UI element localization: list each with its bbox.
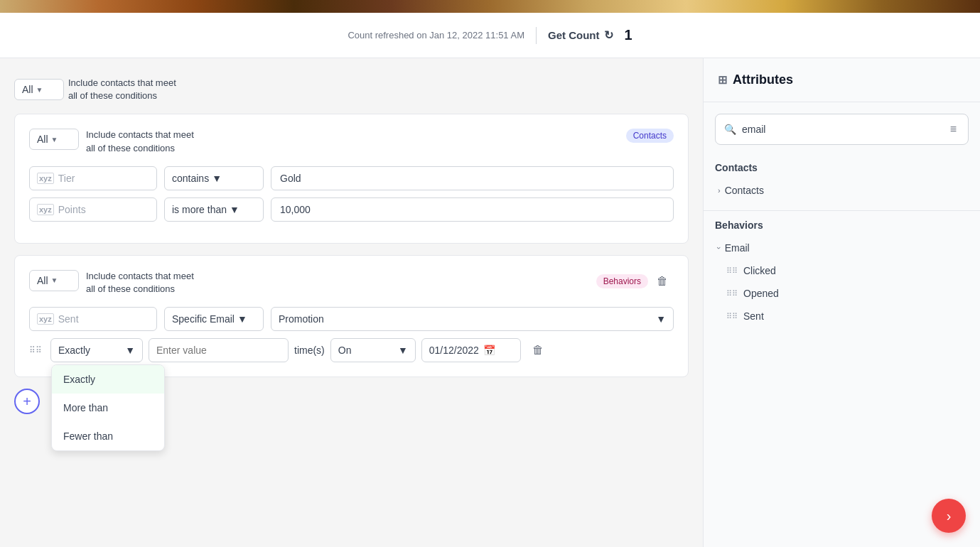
search-input[interactable] xyxy=(742,124,942,135)
tier-operator-chevron: ▼ xyxy=(212,173,222,184)
search-bar: 🔍 ≡ xyxy=(715,114,969,145)
sidebar-contacts-section: Contacts › Contacts xyxy=(704,156,980,207)
get-count-button[interactable]: Get Count ↻ xyxy=(548,28,613,42)
contacts-section-title: Contacts xyxy=(715,156,969,179)
sidebar-item-opened[interactable]: ⠿⠿ Opened xyxy=(715,282,969,305)
behaviors-all-select[interactable]: All ▼ xyxy=(29,270,79,291)
contacts-badge: Contacts xyxy=(626,129,674,143)
outer-condition-label: All ▼ Include contacts that meet all of … xyxy=(14,77,176,102)
behaviors-condition-text: Include contacts that meet all of these … xyxy=(86,270,194,296)
contacts-card-header: All ▼ Include contacts that meet all of … xyxy=(29,129,674,154)
tier-operator-select[interactable]: contains ▼ xyxy=(164,166,264,190)
outer-condition-row: All ▼ Include contacts that meet all of … xyxy=(14,72,689,102)
sidebar-divider xyxy=(704,210,980,211)
contacts-condition-row-2: xyz Points is more than ▼ xyxy=(29,197,674,222)
sidebar-contacts-category[interactable]: › Contacts xyxy=(715,179,969,202)
sidebar-title: Attributes xyxy=(733,72,793,87)
header-divider xyxy=(536,27,537,44)
dropdown-item-exactly[interactable]: Exactly xyxy=(52,365,164,394)
sidebar-header: ⊞ Attributes xyxy=(704,58,980,102)
tier-field: xyz Tier xyxy=(29,166,157,190)
dropdown-item-fewer-than[interactable]: Fewer than xyxy=(52,422,164,450)
contacts-category-chevron: › xyxy=(718,186,721,195)
field-type-icon: xyz xyxy=(37,173,54,184)
count-value-input[interactable] xyxy=(149,338,289,362)
add-group-button[interactable]: + xyxy=(14,389,40,414)
specific-email-chevron: ▼ xyxy=(237,313,247,325)
exactly-dropdown-menu: Exactly More than Fewer than xyxy=(51,364,165,451)
row-delete-button[interactable]: 🗑 xyxy=(527,339,549,362)
header-row: Count refreshed on Jan 12, 2022 11:51 AM… xyxy=(0,13,980,58)
behaviors-card: All ▼ Include contacts that meet all of … xyxy=(14,255,689,377)
sent-drag-icon: ⠿⠿ xyxy=(726,312,738,321)
refresh-icon: ↻ xyxy=(604,28,613,42)
outer-chevron-icon: ▼ xyxy=(36,86,43,94)
contacts-card: All ▼ Include contacts that meet all of … xyxy=(14,114,689,243)
opened-drag-icon: ⠿⠿ xyxy=(726,289,738,298)
contacts-condition-row-1: xyz Tier contains ▼ xyxy=(29,166,674,190)
behaviors-badge: Behaviors xyxy=(596,274,648,288)
contacts-all-select[interactable]: All ▼ xyxy=(29,129,79,150)
sidebar-item-clicked[interactable]: ⠿⠿ Clicked xyxy=(715,259,969,282)
refresh-timestamp: Count refreshed on Jan 12, 2022 11:51 AM xyxy=(348,30,524,40)
on-chevron-icon: ▼ xyxy=(398,345,408,356)
field-type-icon-2: xyz xyxy=(37,204,54,215)
contacts-card-actions: Contacts xyxy=(626,129,674,143)
filter-icon-button[interactable]: ≡ xyxy=(947,120,959,139)
on-select[interactable]: On ▼ xyxy=(330,338,416,362)
behaviors-chevron-icon: ▼ xyxy=(51,276,58,284)
right-sidebar: ⊞ Attributes 🔍 ≡ Contacts › Contacts Beh… xyxy=(703,58,980,547)
contacts-condition-text: Include contacts that meet all of these … xyxy=(86,129,194,154)
behaviors-card-actions: Behaviors 🗑 xyxy=(596,270,674,293)
exactly-row: ⠿⠿ Exactly ▼ Exactly More than Fewer tha… xyxy=(29,338,674,362)
clicked-drag-icon: ⠿⠿ xyxy=(726,266,738,276)
behaviors-card-header: All ▼ Include contacts that meet all of … xyxy=(29,270,674,296)
exactly-select[interactable]: Exactly ▼ Exactly More than Fewer than xyxy=(50,338,143,362)
points-operator-chevron: ▼ xyxy=(230,204,239,215)
email-category-chevron: › xyxy=(715,247,723,249)
behaviors-card-header-left: All ▼ Include contacts that meet all of … xyxy=(29,270,194,296)
outer-condition-text: Include contacts that meet all of these … xyxy=(68,77,176,102)
calendar-icon: 📅 xyxy=(483,345,495,356)
promotion-chevron: ▼ xyxy=(656,313,666,325)
sidebar-behaviors-section: Behaviors › Email ⠿⠿ Clicked ⠿⠿ Opened ⠿… xyxy=(704,214,980,333)
header-center: Count refreshed on Jan 12, 2022 11:51 AM… xyxy=(348,27,632,44)
dropdown-item-more-than[interactable]: More than xyxy=(52,394,164,422)
top-decorative-bar xyxy=(0,0,980,13)
behaviors-delete-button[interactable]: 🗑 xyxy=(651,270,674,293)
date-input[interactable]: 01/12/2022 📅 xyxy=(421,338,521,362)
sidebar-email-category[interactable]: › Email xyxy=(715,237,969,259)
sidebar-header-icon: ⊞ xyxy=(718,73,727,87)
behaviors-sent-row: xyz Sent Specific Email ▼ Promotion ▼ xyxy=(29,307,674,331)
red-action-button[interactable]: › xyxy=(932,499,966,533)
get-count-label: Get Count xyxy=(548,29,600,41)
main-layout: All ▼ Include contacts that meet all of … xyxy=(0,58,980,547)
sent-field: xyz Sent xyxy=(29,307,157,331)
points-field: xyz Points xyxy=(29,197,157,222)
drag-handle-icon: ⠿⠿ xyxy=(29,345,42,355)
sidebar-item-sent[interactable]: ⠿⠿ Sent xyxy=(715,305,969,327)
count-value: 1 xyxy=(625,27,632,43)
search-icon: 🔍 xyxy=(724,124,736,135)
outer-all-select[interactable]: All ▼ xyxy=(14,79,64,100)
exactly-chevron-icon: ▼ xyxy=(125,345,135,356)
points-value-input[interactable] xyxy=(271,197,674,222)
promotion-select[interactable]: Promotion ▼ xyxy=(271,307,674,331)
times-text: time(s) xyxy=(294,345,325,356)
contacts-chevron-icon: ▼ xyxy=(51,136,58,143)
contacts-card-header-left: All ▼ Include contacts that meet all of … xyxy=(29,129,194,154)
behaviors-section-title: Behaviors xyxy=(715,214,969,237)
tier-value-input[interactable] xyxy=(271,166,674,190)
sent-field-icon: xyz xyxy=(37,313,54,325)
specific-email-select[interactable]: Specific Email ▼ xyxy=(164,307,264,331)
points-operator-select[interactable]: is more than ▼ xyxy=(164,197,264,222)
left-content: All ▼ Include contacts that meet all of … xyxy=(0,58,703,547)
